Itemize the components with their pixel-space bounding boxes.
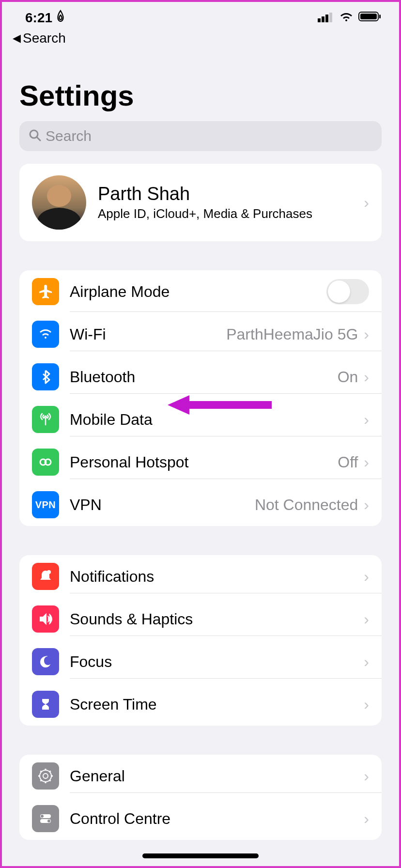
battery-icon [358,10,382,26]
screentime-label: Screen Time [70,696,364,713]
vpn-row[interactable]: VPN VPN Not Connected › [19,483,382,526]
screentime-row[interactable]: Screen Time › [19,683,382,726]
status-right [318,10,382,26]
notifications-label: Notifications [70,568,364,586]
connectivity-section: Airplane Mode Wi-Fi ParthHeemaJio 5G › B… [19,270,382,526]
sounds-label: Sounds & Haptics [70,610,364,628]
chevron-right-icon: › [364,194,369,212]
profile-name: Parth Shah [98,184,352,204]
alerts-section: Notifications › Sounds & Haptics › Focus… [19,555,382,726]
wifi-settings-icon [32,321,59,348]
control-centre-row[interactable]: Control Centre › [19,797,382,840]
general-row[interactable]: General › [19,755,382,797]
status-left: 6:21 [25,10,66,26]
hotspot-row[interactable]: Personal Hotspot Off › [19,441,382,483]
airplane-toggle[interactable] [326,279,369,304]
notifications-row[interactable]: Notifications › [19,555,382,598]
svg-point-12 [40,770,51,782]
svg-point-13 [43,774,48,778]
airplane-mode-row[interactable]: Airplane Mode [19,270,382,313]
hourglass-icon [32,691,59,718]
focus-row[interactable]: Focus › [19,640,382,683]
general-section: General › Control Centre › [19,755,382,840]
svg-rect-6 [379,15,381,18]
airplane-icon [32,278,59,305]
bell-icon [32,563,59,590]
hotspot-value: Off [338,453,358,471]
gear-icon [32,762,59,790]
svg-rect-3 [329,13,332,22]
svg-point-15 [41,815,44,818]
chevron-right-icon: › [364,610,369,628]
back-navigation[interactable]: ◀ Search [2,28,399,52]
chevron-right-icon: › [364,696,369,713]
chevron-right-icon: › [364,453,369,471]
signal-icon [318,10,334,26]
bluetooth-value: On [338,368,358,386]
svg-rect-1 [322,16,324,22]
chevron-right-icon: › [364,368,369,386]
chevron-right-icon: › [364,411,369,429]
wifi-label: Wi-Fi [70,326,226,343]
bluetooth-icon [32,363,59,390]
chevron-right-icon: › [364,810,369,828]
status-time: 6:21 [25,10,52,26]
svg-rect-5 [360,14,377,19]
moon-icon [32,648,59,675]
wifi-row[interactable]: Wi-Fi ParthHeemaJio 5G › [19,313,382,356]
chevron-right-icon: › [364,496,369,514]
speaker-icon [32,605,59,633]
profile-subtitle: Apple ID, iCloud+, Media & Purchases [98,206,352,221]
wifi-icon [339,10,354,26]
chevron-right-icon: › [364,767,369,785]
flame-icon [55,10,66,26]
hotspot-icon [32,449,59,476]
search-input[interactable] [46,128,373,144]
airplane-label: Airplane Mode [70,283,326,301]
chevron-right-icon: › [364,568,369,586]
search-icon [28,128,42,144]
svg-line-8 [37,137,40,140]
wifi-value: ParthHeemaJio 5G [226,326,358,343]
svg-point-11 [47,570,51,574]
sounds-row[interactable]: Sounds & Haptics › [19,598,382,640]
chevron-right-icon: › [364,326,369,343]
control-centre-label: Control Centre [70,810,364,828]
page-title: Settings [2,52,399,121]
antenna-icon [32,406,59,433]
toggle-icon [32,805,59,832]
profile-card[interactable]: Parth Shah Apple ID, iCloud+, Media & Pu… [19,164,382,241]
svg-rect-0 [318,18,321,22]
general-label: General [70,767,364,785]
mobile-data-row[interactable]: Mobile Data › [19,398,382,441]
svg-point-17 [47,820,50,822]
chevron-right-icon: › [364,653,369,671]
home-indicator[interactable] [142,853,259,858]
vpn-value: Not Connected [255,496,358,514]
avatar [32,175,86,230]
bluetooth-row[interactable]: Bluetooth On › [19,356,382,398]
focus-label: Focus [70,653,364,671]
vpn-label: VPN [70,496,255,514]
back-label: Search [23,31,66,46]
svg-rect-2 [325,15,328,22]
back-arrow-icon: ◀ [13,32,21,45]
search-bar[interactable] [19,121,382,151]
mobile-data-label: Mobile Data [70,411,364,429]
vpn-icon: VPN [32,491,59,518]
bluetooth-label: Bluetooth [70,368,338,386]
status-bar: 6:21 [2,2,399,28]
hotspot-label: Personal Hotspot [70,453,338,471]
